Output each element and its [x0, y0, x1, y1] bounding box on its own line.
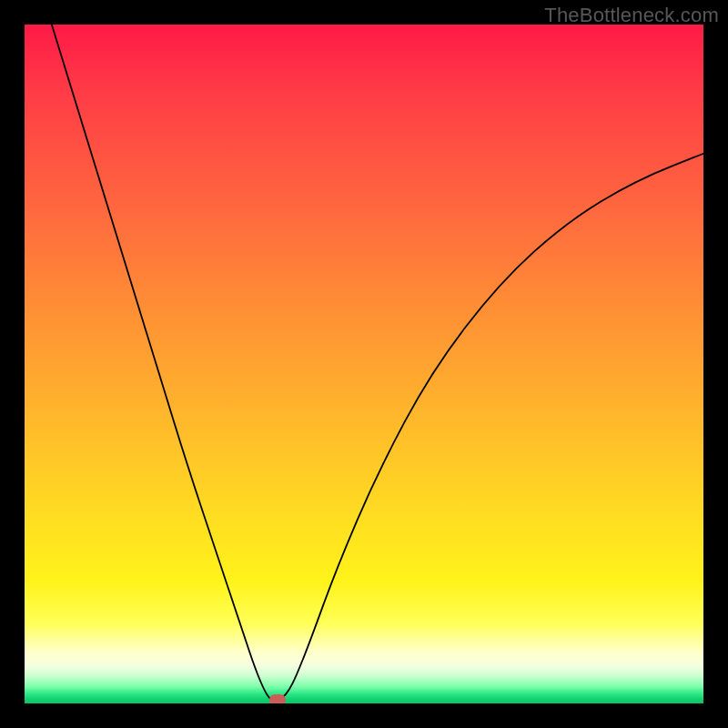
bottleneck-curve	[25, 25, 703, 703]
curve-path	[52, 25, 703, 702]
optimal-marker	[269, 694, 286, 703]
chart-frame: TheBottleneck.com	[0, 0, 728, 728]
plot-area	[25, 25, 703, 703]
